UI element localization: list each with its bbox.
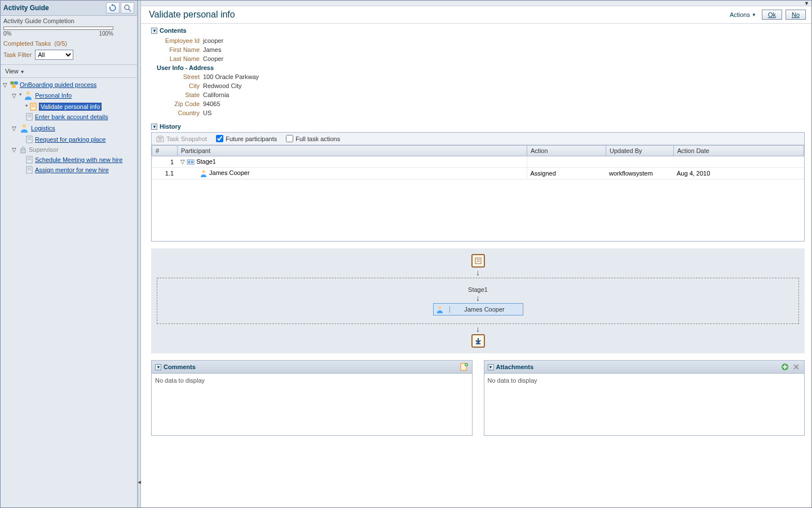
- history-table: # Participant Action Updated By Action D…: [152, 145, 804, 156]
- svg-rect-28: [191, 161, 193, 163]
- search-button[interactable]: [121, 2, 134, 14]
- task-icon: [25, 166, 33, 174]
- tree-personal-info[interactable]: ▽ * Personal Info: [3, 89, 135, 102]
- completed-tasks: Completed Tasks (0/5): [3, 40, 134, 47]
- person-icon: [200, 169, 208, 177]
- comments-header[interactable]: ▾ Comments: [155, 364, 196, 370]
- process-tree: ▽ OnBoarding guided process ▽ * Personal…: [1, 78, 137, 507]
- tree-logistics[interactable]: ▽ Logistics: [3, 122, 135, 134]
- top-scroll-strip: ▼: [141, 1, 811, 6]
- future-participants-checkbox[interactable]: Future participants: [216, 135, 277, 142]
- svg-point-12: [23, 124, 26, 128]
- disclosure-icon[interactable]: ▾: [151, 28, 157, 34]
- person-icon: [23, 90, 33, 100]
- tree-enter-bank[interactable]: Enter bank account details: [3, 112, 135, 122]
- snapshot-icon: [156, 135, 164, 142]
- history-section: ▾ History: [151, 123, 805, 130]
- col-action[interactable]: Action: [527, 146, 606, 156]
- svg-rect-27: [188, 161, 190, 163]
- svg-rect-16: [21, 149, 25, 153]
- collapse-icon[interactable]: ▽: [180, 159, 185, 165]
- dropdown-arrow-icon[interactable]: ▼: [804, 1, 809, 6]
- svg-rect-2: [11, 82, 14, 84]
- page-title: Validate personal info: [149, 10, 235, 20]
- last-name-value: Cooper: [203, 54, 223, 63]
- tree-supervisor[interactable]: ▽ Supervisor: [3, 144, 135, 155]
- disclosure-icon[interactable]: ▾: [155, 364, 161, 370]
- svg-point-5: [27, 91, 30, 95]
- actions-menu[interactable]: Actions ▼: [727, 10, 758, 19]
- zip-value: 94065: [203, 99, 220, 108]
- flow-diagram: ↓ Stage1 ↓ James Cooper ↓: [151, 248, 805, 353]
- tree-validate-personal-info[interactable]: * Validate personal info: [3, 102, 135, 112]
- attachments-panel: ▾ Attachments No da: [484, 360, 805, 436]
- collapse-icon[interactable]: ▽: [12, 125, 17, 132]
- attachments-header[interactable]: ▾ Attachments: [488, 364, 534, 370]
- task-icon: [25, 156, 33, 164]
- col-updated-by[interactable]: Updated By: [606, 146, 674, 156]
- completion-section: Activity Guide Completion 0% 100% Comple…: [1, 16, 137, 65]
- comments-body: No data to display: [151, 374, 473, 436]
- delete-attachment-button[interactable]: [792, 362, 801, 371]
- refresh-button[interactable]: [106, 2, 120, 14]
- progress-max: 100%: [99, 30, 113, 37]
- table-row[interactable]: 1.1 James Cooper Assigned workflowsystem…: [152, 168, 804, 179]
- start-icon[interactable]: [471, 254, 485, 268]
- col-action-date[interactable]: Action Date: [674, 146, 804, 156]
- arrow-down-icon: ↓: [476, 326, 480, 332]
- view-menu[interactable]: View ▼: [5, 68, 25, 75]
- no-button[interactable]: No: [785, 10, 806, 20]
- add-icon: [781, 363, 789, 371]
- task-snapshot-link[interactable]: Task Snapshot: [156, 135, 207, 142]
- city-value: Redwood City: [203, 81, 241, 90]
- refresh-icon: [109, 4, 117, 12]
- collapse-icon[interactable]: ▽: [3, 82, 8, 88]
- task-icon: [25, 135, 33, 143]
- contents-header[interactable]: ▾ Contents: [151, 27, 805, 34]
- country-label: Country: [158, 108, 203, 117]
- sidebar-header: Activity Guide: [1, 1, 137, 16]
- task-icon: [29, 103, 37, 111]
- col-num[interactable]: #: [152, 146, 178, 156]
- disclosure-icon[interactable]: ▾: [488, 364, 494, 370]
- stage-icon: [187, 159, 195, 165]
- collapse-icon[interactable]: ▽: [12, 93, 17, 99]
- comments-panel: ▾ Comments No data to display: [151, 360, 473, 436]
- end-icon[interactable]: [471, 334, 485, 348]
- street-label: Street: [158, 72, 203, 81]
- disclosure-icon[interactable]: ▾: [151, 124, 157, 130]
- ok-button[interactable]: Ok: [762, 10, 782, 20]
- arrow-down-icon: ↓: [476, 270, 480, 275]
- asterisk-icon: *: [19, 92, 21, 99]
- task-icon: [25, 113, 33, 121]
- tree-parking[interactable]: Request for parking place: [3, 134, 135, 144]
- participant-box[interactable]: James Cooper: [433, 303, 523, 316]
- full-task-actions-checkbox[interactable]: Full task actions: [286, 135, 340, 142]
- street-value: 100 Oracle Parkway: [203, 72, 259, 81]
- asterisk-icon: *: [25, 103, 28, 110]
- search-icon: [123, 4, 131, 12]
- attachments-body: No data to display: [484, 374, 805, 436]
- collapse-icon[interactable]: ▽: [12, 147, 17, 153]
- table-row[interactable]: 1 ▽ Stage1: [152, 156, 804, 168]
- person-icon: [19, 123, 29, 133]
- state-label: State: [158, 90, 203, 99]
- svg-rect-3: [15, 82, 17, 84]
- add-attachment-button[interactable]: [780, 362, 789, 371]
- svg-point-0: [125, 5, 129, 10]
- process-icon: [10, 81, 18, 88]
- svg-rect-25: [158, 136, 162, 138]
- history-header[interactable]: ▾ History: [151, 123, 805, 130]
- add-comment-icon: [460, 363, 468, 371]
- add-comment-button[interactable]: [460, 362, 469, 371]
- employee-id-label: Employee Id: [158, 36, 203, 45]
- tree-assign-mentor[interactable]: Assign mentor for new hire: [3, 165, 135, 175]
- task-filter-select[interactable]: All: [35, 50, 73, 60]
- history-panel: Task Snapshot Future participants Full t…: [151, 132, 805, 242]
- zip-label: Zip Code: [158, 99, 203, 108]
- svg-point-33: [438, 306, 441, 309]
- person-icon: [436, 305, 444, 313]
- tree-schedule-meeting[interactable]: Schedule Meeting with new hire: [3, 155, 135, 165]
- col-participant[interactable]: Participant: [178, 146, 527, 156]
- tree-root[interactable]: ▽ OnBoarding guided process: [3, 80, 135, 89]
